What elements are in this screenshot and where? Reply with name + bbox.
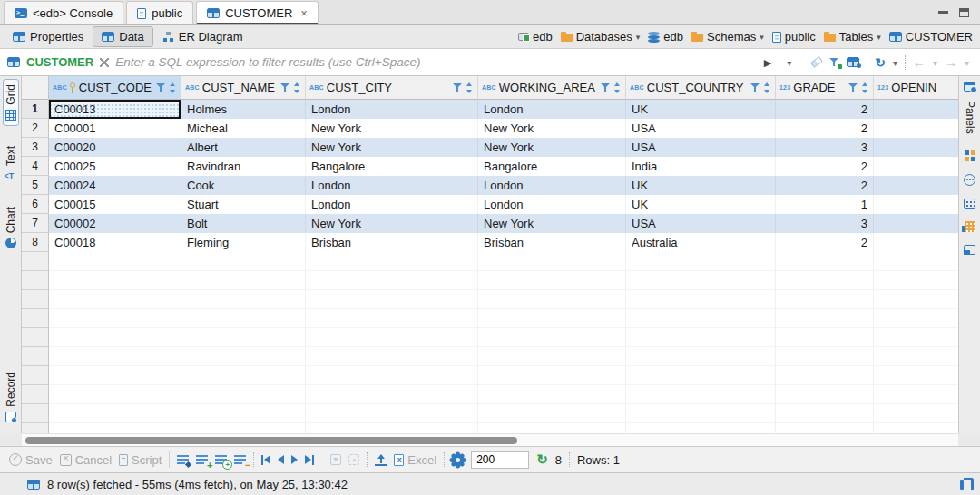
empty-cell[interactable] <box>49 347 181 366</box>
row-number[interactable]: 3 <box>22 138 49 157</box>
empty-cell[interactable] <box>181 290 306 309</box>
cell[interactable]: USA <box>626 119 776 138</box>
filter-icon[interactable] <box>453 82 463 92</box>
cell[interactable]: Bangalore <box>478 157 626 176</box>
empty-cell[interactable] <box>181 385 306 404</box>
last-row-icon[interactable] <box>305 455 314 465</box>
cell[interactable]: Brisban <box>478 233 626 252</box>
empty-cell[interactable] <box>181 404 306 423</box>
filter-history-icon[interactable] <box>787 55 791 69</box>
empty-cell[interactable] <box>49 309 181 328</box>
cell[interactable]: C00015 <box>49 195 181 214</box>
empty-cell[interactable] <box>306 290 478 309</box>
chevron-down-icon[interactable]: ▾ <box>760 33 764 42</box>
empty-cell[interactable] <box>478 309 626 328</box>
empty-cell[interactable] <box>874 290 958 309</box>
cell[interactable]: London <box>478 100 626 119</box>
cell[interactable]: C00020 <box>49 138 181 157</box>
row-number[interactable]: 1 <box>22 100 49 119</box>
sort-icon[interactable] <box>169 82 177 93</box>
empty-cell[interactable] <box>776 366 874 385</box>
empty-cell[interactable] <box>776 271 874 290</box>
empty-cell[interactable] <box>181 252 306 271</box>
settings-gear-icon[interactable] <box>452 454 464 466</box>
previous-row-icon[interactable] <box>278 455 284 464</box>
empty-cell[interactable] <box>776 290 874 309</box>
empty-cell[interactable] <box>478 290 626 309</box>
cell[interactable]: London <box>306 100 478 119</box>
cancel-button[interactable]: Cancel <box>60 453 112 467</box>
cell[interactable]: 3 <box>776 214 874 233</box>
empty-cell[interactable] <box>478 328 626 347</box>
tab-customer[interactable]: CUSTOMER × <box>196 1 318 24</box>
cell[interactable] <box>874 100 958 119</box>
empty-cell[interactable] <box>478 271 626 290</box>
export-data-icon[interactable] <box>375 454 387 466</box>
empty-cell[interactable] <box>306 309 478 328</box>
row-number[interactable]: 7 <box>22 214 49 233</box>
cell[interactable]: India <box>626 157 776 176</box>
row-number[interactable] <box>22 252 49 271</box>
cell[interactable]: New York <box>478 214 626 233</box>
cell[interactable] <box>874 138 958 157</box>
empty-cell[interactable] <box>49 404 181 423</box>
presentation-tab-record[interactable]: Record <box>3 366 19 428</box>
back-menu-icon[interactable] <box>933 55 937 69</box>
empty-cell[interactable] <box>626 309 776 328</box>
cell[interactable]: C00024 <box>49 176 181 195</box>
cell[interactable]: 2 <box>776 157 874 176</box>
row-number[interactable] <box>22 271 49 290</box>
sort-icon[interactable] <box>861 82 869 93</box>
chevron-down-icon[interactable]: ▾ <box>877 33 881 42</box>
cell[interactable]: UK <box>626 195 776 214</box>
cell[interactable]: New York <box>478 138 626 157</box>
cell[interactable]: Fleming <box>181 233 306 252</box>
empty-cell[interactable] <box>306 366 478 385</box>
subtab-data[interactable]: Data <box>93 26 152 47</box>
edit-row-icon[interactable] <box>177 454 189 465</box>
column-header-CUST_CODE[interactable]: ABCCUST_CODE <box>49 76 181 100</box>
panel-settings-icon[interactable] <box>964 82 975 92</box>
column-header-WORKING_AREA[interactable]: ABCWORKING_AREA <box>478 76 626 100</box>
cell[interactable]: 2 <box>776 119 874 138</box>
add-row-icon[interactable] <box>196 454 208 465</box>
row-number[interactable]: 4 <box>22 157 49 176</box>
close-icon[interactable]: × <box>300 6 308 20</box>
filter-icon[interactable] <box>750 82 760 92</box>
next-row-icon[interactable] <box>291 455 298 464</box>
row-number[interactable] <box>22 404 49 423</box>
empty-cell[interactable] <box>874 347 958 366</box>
cell[interactable]: Albert <box>181 138 306 157</box>
apply-filter-icon[interactable] <box>764 55 771 69</box>
row-number[interactable] <box>22 309 49 328</box>
row-number[interactable] <box>22 366 49 385</box>
sort-icon[interactable] <box>763 82 771 93</box>
fetch-all-rows-icon[interactable] <box>348 454 359 465</box>
cell[interactable]: C00001 <box>49 119 181 138</box>
cell[interactable]: New York <box>306 214 478 233</box>
cell[interactable]: Micheal <box>181 119 306 138</box>
empty-cell[interactable] <box>776 404 874 423</box>
breadcrumb-item-databases[interactable]: Databases▾ <box>559 28 642 45</box>
row-number[interactable] <box>22 385 49 404</box>
empty-cell[interactable] <box>626 366 776 385</box>
cell[interactable]: 2 <box>776 176 874 195</box>
empty-cell[interactable] <box>874 385 958 404</box>
tab-public[interactable]: public <box>126 1 193 24</box>
empty-cell[interactable] <box>181 423 306 433</box>
presentation-tab-text[interactable]: Text <box>3 141 19 187</box>
empty-cell[interactable] <box>181 328 306 347</box>
empty-cell[interactable] <box>478 347 626 366</box>
empty-cell[interactable] <box>626 423 776 433</box>
calc-panel-icon[interactable] <box>964 199 975 209</box>
refresh-icon[interactable] <box>875 55 886 70</box>
cell[interactable]: Cook <box>181 176 306 195</box>
empty-cell[interactable] <box>776 309 874 328</box>
cell[interactable] <box>874 214 958 233</box>
row-number[interactable] <box>22 290 49 309</box>
empty-cell[interactable] <box>306 252 478 271</box>
empty-cell[interactable] <box>49 423 181 433</box>
empty-cell[interactable] <box>874 309 958 328</box>
column-header-CUST_CITY[interactable]: ABCCUST_CITY <box>306 76 478 100</box>
restore-panel-icon[interactable] <box>960 477 975 490</box>
